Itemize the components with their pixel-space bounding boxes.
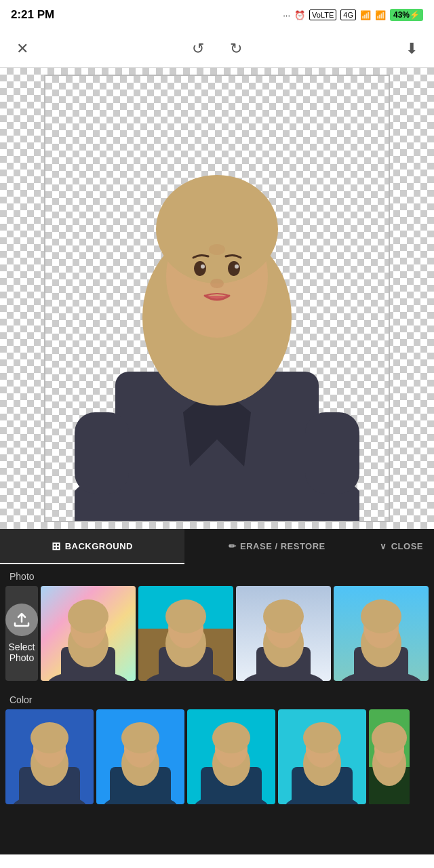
photo-thumb-beach[interactable] [138,586,233,681]
svg-point-45 [121,722,159,753]
svg-point-30 [263,599,304,633]
toolbar-center: ↺ ↻ [189,37,245,60]
color-thumb-green[interactable] [369,709,410,804]
canvas-area [0,68,434,529]
svg-point-55 [303,722,341,753]
svg-point-25 [165,599,206,633]
svg-rect-15 [305,412,359,494]
nav-back-button[interactable]: ◀ [342,860,380,869]
svg-point-13 [209,244,225,255]
battery-indicator: 43%⚡ [390,9,423,21]
svg-point-20 [68,599,108,633]
select-photo-button[interactable]: Select Photo [5,586,38,681]
nav-stop-button[interactable]: ■ [54,860,90,869]
svg-point-10 [201,264,205,269]
upload-icon [5,604,38,636]
toolbar: ✕ ↺ ↻ ⬇ [0,30,434,68]
nav-home-button[interactable]: ○ [197,859,235,869]
nav-bar: ■ ○ ◀ [0,854,434,868]
person-thumb-winter [236,586,331,681]
tab-bar: ⊞ BACKGROUND ✏ ERASE / RESTORE ∨ CLOSE [0,529,434,564]
person-thumb-beach [138,586,233,681]
signal-icon: 📶 [360,10,371,20]
svg-point-60 [372,722,407,753]
chevron-down-icon: ∨ [380,541,387,551]
close-button[interactable]: ✕ [14,37,31,60]
layers-icon: ⊞ [52,540,61,553]
photo-thumb-sea[interactable] [334,586,429,681]
status-time: 2:21 PM [11,8,54,22]
undo-button[interactable]: ↺ [189,37,207,60]
volte-icon: VoLTE [309,9,336,20]
svg-point-50 [212,722,250,753]
alarm-icon: ⏰ [294,10,305,20]
status-bar: 2:21 PM ··· ⏰ VoLTE 4G 📶 📶 43%⚡ [0,0,434,30]
color-thumb-lightblue[interactable] [96,709,184,804]
4g-icon: 4G [340,9,356,20]
person-thumb-sea [334,586,429,681]
download-button[interactable]: ⬇ [403,37,420,60]
tab-close[interactable]: ∨ CLOSE [369,529,434,564]
photo-grid: Select Photo [0,586,434,688]
svg-point-8 [194,261,206,276]
svg-point-7 [156,175,278,283]
svg-rect-14 [75,412,129,494]
photo-thumb-bokeh[interactable] [41,586,136,681]
person-thumb-bokeh [41,586,136,681]
canvas-border [44,75,390,522]
select-photo-label: Select Photo [5,642,38,663]
svg-point-40 [31,722,68,753]
svg-point-35 [361,599,401,633]
color-thumb-cyan[interactable] [187,709,275,804]
tab-background[interactable]: ⊞ BACKGROUND [0,529,184,564]
signal2-icon: 📶 [375,10,386,20]
svg-point-9 [228,261,240,276]
color-thumb-teal[interactable] [278,709,366,804]
subject-person [75,87,359,521]
color-thumb-blue[interactable] [5,709,94,804]
tab-erase-restore[interactable]: ✏ ERASE / RESTORE [184,529,369,564]
svg-point-11 [235,264,239,269]
status-icons: ··· ⏰ VoLTE 4G 📶 📶 43%⚡ [283,9,423,21]
redo-button[interactable]: ↻ [227,37,245,60]
color-grid [0,709,434,811]
bottom-panel: ⊞ BACKGROUND ✏ ERASE / RESTORE ∨ CLOSE P… [0,529,434,854]
brush-icon: ✏ [229,541,237,551]
signal-dots: ··· [283,10,290,20]
color-section-label: Color [0,688,434,709]
photo-thumb-winter[interactable] [236,586,331,681]
svg-point-12 [210,279,224,288]
photo-section-label: Photo [0,564,434,586]
